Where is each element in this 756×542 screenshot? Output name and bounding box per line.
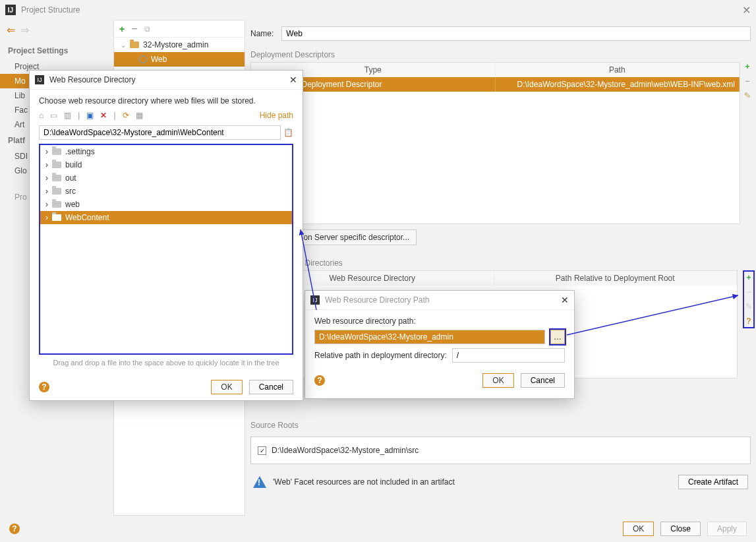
folder-label: out: [65, 173, 76, 183]
dir-tree[interactable]: ›.settings ›build ›out ›src ›web ›WebCon…: [39, 144, 293, 355]
browse-button[interactable]: …: [550, 330, 565, 344]
close-icon[interactable]: ✕: [742, 4, 751, 16]
forward-icon[interactable]: ⇒: [20, 24, 29, 36]
ok-button[interactable]: OK: [482, 373, 513, 388]
source-root-checkbox[interactable]: ✓: [258, 446, 266, 455]
warning-row: 'Web' Facet resources are not included i…: [247, 468, 755, 496]
titlebar: IJ Project Structure ✕: [0, 0, 756, 20]
hide-path-link[interactable]: Hide path: [260, 111, 293, 120]
module-label: 32-Mystore_admin: [143, 40, 208, 49]
folder-row[interactable]: ›build: [40, 158, 292, 171]
cell-path: D:\IdeaWordSpace\32-Mystore_admin\web\WE…: [496, 77, 740, 92]
add-icon[interactable]: +: [119, 24, 125, 34]
module-node[interactable]: ⌄ 32-Mystore_admin: [114, 38, 245, 52]
folder-label: build: [65, 160, 82, 169]
warning-icon: [253, 476, 266, 488]
help-icon[interactable]: ?: [314, 375, 325, 386]
table-row[interactable]: Web Module Deployment Descriptor D:\Idea…: [251, 77, 740, 92]
dialog-desc: Choose web resource directory where web …: [39, 96, 293, 105]
facet-node-web[interactable]: Web: [114, 52, 245, 67]
facet-label: Web: [151, 55, 167, 64]
sidebar-section-project: Project Settings: [0, 42, 112, 59]
rel-label: Relative path in deployment directory:: [314, 351, 447, 360]
app-icon: IJ: [310, 295, 320, 305]
app-icon: IJ: [5, 5, 16, 15]
back-icon[interactable]: ⇐: [7, 24, 15, 36]
web-icon: [139, 55, 147, 63]
path-input[interactable]: [39, 125, 281, 140]
folder-label: web: [65, 200, 80, 209]
module-icon: [130, 42, 139, 48]
add-icon[interactable]: +: [746, 273, 751, 282]
folder-row[interactable]: ›.settings: [40, 145, 292, 158]
dep-side-buttons: + − ✎: [741, 62, 753, 100]
help-icon[interactable]: ?: [39, 382, 49, 392]
copy-icon[interactable]: ⧉: [144, 24, 150, 34]
source-roots-label: Source Roots: [247, 418, 755, 433]
history-icon[interactable]: 📋: [283, 128, 293, 137]
folder-label: .settings: [65, 147, 95, 156]
apply-button[interactable]: Apply: [707, 522, 747, 536]
details-pane: Name: Deployment Descriptors Type Path W…: [247, 20, 755, 516]
folder-row[interactable]: ›web: [40, 198, 292, 211]
remove-icon: −: [746, 287, 751, 297]
wr-dir-dialog: IJ Web Resource Directory ✕ Choose web r…: [29, 70, 303, 401]
web-res-label: Web Resource Directories: [247, 256, 755, 270]
home-icon[interactable]: ⌂: [39, 111, 44, 120]
folder-row-selected[interactable]: ›WebContent: [40, 211, 292, 224]
source-roots-box: ✓ D:\IdeaWordSpace\32-Mystore_admin\src: [250, 437, 751, 464]
chooser-toolbar: ⌂ ▭ ▥ | ▣ ✕ | ⟳ ▦ Hide path: [39, 111, 293, 120]
project-icon[interactable]: ▥: [64, 111, 71, 120]
help-icon[interactable]: ?: [746, 316, 751, 326]
source-root-path: D:\IdeaWordSpace\32-Mystore_admin\src: [272, 446, 419, 455]
dialog-title: Web Resource Directory Path: [325, 295, 430, 305]
edit-icon[interactable]: ✎: [744, 91, 751, 100]
wr-side-buttons: + − ✎ ?: [743, 270, 755, 328]
ok-button[interactable]: OK: [623, 522, 654, 536]
folder-label: WebContent: [65, 213, 109, 222]
folder-icon: [52, 148, 61, 155]
create-artifact-button[interactable]: Create Artifact: [678, 475, 748, 489]
edit-icon: ✎: [745, 302, 752, 311]
show-hidden-icon[interactable]: ▦: [136, 111, 143, 120]
help-icon[interactable]: ?: [9, 524, 20, 534]
warning-text: 'Web' Facet resources are not included i…: [273, 477, 455, 487]
bottom-bar: ? OK Close Apply: [0, 516, 756, 542]
folder-row[interactable]: ›src: [40, 185, 292, 198]
folder-icon: [52, 214, 61, 221]
name-label: Name:: [250, 29, 274, 38]
col-wr-rel: Path Relative to Deployment Root: [494, 271, 738, 286]
delete-icon[interactable]: ✕: [100, 111, 107, 120]
close-icon[interactable]: ✕: [561, 295, 569, 305]
chevron-down-icon: ⌄: [121, 42, 126, 49]
remove-icon[interactable]: −: [131, 23, 137, 35]
remove-icon[interactable]: −: [745, 76, 749, 86]
folder-row[interactable]: ›out: [40, 171, 292, 185]
cancel-button[interactable]: Cancel: [249, 380, 293, 394]
ok-button[interactable]: OK: [211, 380, 242, 394]
rel-path-input[interactable]: [452, 348, 565, 363]
dep-desc-table: Type Path Web Module Deployment Descript…: [250, 62, 740, 224]
name-input[interactable]: [281, 26, 751, 41]
app-icon: IJ: [35, 75, 44, 84]
folder-icon: [52, 175, 61, 181]
close-icon[interactable]: ✕: [289, 75, 297, 85]
folder-icon: [52, 162, 61, 168]
folder-label: src: [65, 187, 76, 196]
nav-arrows: ⇐ ⇒: [7, 24, 29, 36]
new-folder-icon[interactable]: ▣: [86, 111, 94, 120]
window-title: Project Structure: [21, 5, 80, 15]
path-label: Web resource directory path:: [314, 316, 565, 326]
cancel-button[interactable]: Cancel: [521, 373, 565, 388]
desktop-icon[interactable]: ▭: [50, 111, 57, 120]
wr-path-input[interactable]: [314, 330, 545, 344]
folder-icon: [52, 201, 61, 208]
module-tree-toolbar: + − ⧉: [114, 20, 245, 38]
wr-path-dialog: IJ Web Resource Directory Path ✕ Web res…: [305, 290, 575, 399]
close-button[interactable]: Close: [660, 522, 701, 536]
add-icon[interactable]: +: [745, 62, 749, 71]
dep-desc-label: Deployment Descriptors: [247, 47, 755, 62]
drag-hint: Drag and drop a file into the space abov…: [39, 359, 293, 367]
refresh-icon[interactable]: ⟳: [123, 111, 129, 120]
col-path: Path: [496, 63, 740, 77]
